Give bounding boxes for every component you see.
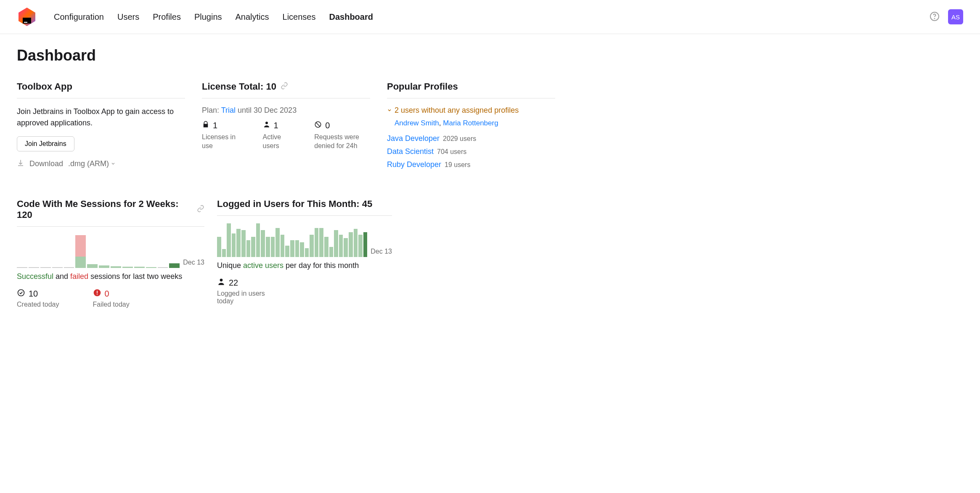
profile-link[interactable]: Java Developer xyxy=(387,134,440,143)
unassigned-user-link[interactable]: Andrew Smith xyxy=(395,119,439,127)
download-icon[interactable] xyxy=(17,159,24,169)
chart-bar xyxy=(111,234,121,268)
profiles-title: Popular Profiles xyxy=(387,81,555,98)
alert-circle-icon xyxy=(93,289,101,299)
chart-bar xyxy=(251,237,255,257)
chart-bar xyxy=(354,229,358,257)
chart-bar xyxy=(358,235,363,257)
plan-name-link[interactable]: Trial xyxy=(221,106,236,114)
chart-bar xyxy=(275,228,280,257)
svg-rect-8 xyxy=(97,291,98,294)
chart-bar xyxy=(232,233,236,257)
chart-bar xyxy=(222,249,226,257)
chart-bar xyxy=(334,230,338,257)
download-label[interactable]: Download xyxy=(29,159,63,168)
cwm-total: 120 xyxy=(17,209,32,220)
page-title: Dashboard xyxy=(17,47,963,64)
nav-item-dashboard[interactable]: Dashboard xyxy=(329,12,373,22)
chart-bar xyxy=(281,235,285,257)
nav-item-plugins[interactable]: Plugins xyxy=(194,12,222,22)
chevron-down-icon xyxy=(111,159,116,168)
profile-item: Ruby Developer19 users xyxy=(387,160,555,169)
profile-link[interactable]: Ruby Developer xyxy=(387,160,441,169)
chart-bar xyxy=(290,240,294,257)
profile-count: 2029 users xyxy=(443,135,476,142)
svg-point-3 xyxy=(935,18,935,19)
profiles-panel: Popular Profiles 2 users without any ass… xyxy=(387,81,555,173)
chart-bar xyxy=(363,232,368,257)
cwm-failed-today: 0 Failed today xyxy=(93,289,130,308)
chart-bar xyxy=(271,237,275,257)
cwm-date: Dec 13 xyxy=(183,259,204,266)
chart-bar xyxy=(310,235,314,257)
chart-bar xyxy=(256,223,260,257)
chart-bar xyxy=(52,234,63,268)
logged-chart xyxy=(217,223,367,257)
chart-bar xyxy=(319,228,323,257)
logged-title: Logged in Users for This Month: xyxy=(217,199,362,209)
chart-bar xyxy=(324,237,328,257)
app-logo[interactable] xyxy=(17,7,37,27)
nav-item-licenses[interactable]: Licenses xyxy=(283,12,316,22)
license-title: License Total: xyxy=(202,81,266,92)
unassigned-users-toggle[interactable]: 2 users without any assigned profiles xyxy=(387,106,555,115)
unassigned-user-link[interactable]: Maria Rottenberg xyxy=(443,119,498,127)
toolbox-description: Join Jetbrains in Toolbox App to gain ac… xyxy=(17,106,185,129)
chart-bar xyxy=(266,237,270,257)
toolbox-title: Toolbox App xyxy=(17,81,185,98)
link-icon[interactable] xyxy=(281,81,288,92)
logged-panel: Logged in Users for This Month: 45 Dec 1… xyxy=(217,199,392,308)
chart-bar xyxy=(17,234,27,268)
nav-item-analytics[interactable]: Analytics xyxy=(236,12,269,22)
chart-bar xyxy=(75,234,86,268)
logged-total: 45 xyxy=(362,199,372,209)
svg-point-4 xyxy=(265,122,268,124)
logged-date: Dec 13 xyxy=(371,248,392,255)
cwm-title: Code With Me Sessions for 2 Weeks: xyxy=(17,199,178,209)
svg-rect-1 xyxy=(24,22,27,23)
stat-denied-requests: 0 Requests were denied for 24h xyxy=(314,121,370,151)
check-circle-icon xyxy=(17,289,25,299)
join-jetbrains-button[interactable]: Join Jetbrains xyxy=(17,136,74,151)
chart-bar xyxy=(295,240,299,257)
license-total: 10 xyxy=(266,81,276,92)
cwm-chart xyxy=(17,234,180,268)
chart-bar xyxy=(339,235,343,257)
user-avatar[interactable]: AS xyxy=(948,9,963,24)
download-format-selector[interactable]: .dmg (ARM) xyxy=(68,159,116,168)
logged-caption: Unique active users per day for this mon… xyxy=(217,261,392,270)
svg-point-10 xyxy=(220,279,223,282)
chart-bar xyxy=(169,234,180,268)
nav-item-profiles[interactable]: Profiles xyxy=(153,12,181,22)
profile-count: 704 users xyxy=(437,148,466,155)
chart-bar xyxy=(64,234,74,268)
cwm-panel: Code With Me Sessions for 2 Weeks: 120 D… xyxy=(17,199,204,308)
stat-active-users: 1 Active users xyxy=(263,121,298,151)
profile-count: 19 users xyxy=(445,161,470,168)
chart-bar xyxy=(122,234,133,268)
chart-bar xyxy=(285,246,289,257)
chart-bar xyxy=(99,234,109,268)
top-nav: ConfigurationUsersProfilesPluginsAnalyti… xyxy=(54,12,930,22)
chart-bar xyxy=(40,234,51,268)
nav-item-users[interactable]: Users xyxy=(117,12,139,22)
chart-bar xyxy=(146,234,156,268)
nav-item-configuration[interactable]: Configuration xyxy=(54,12,104,22)
chart-bar xyxy=(246,240,251,257)
chart-bar xyxy=(300,242,304,257)
chart-bar xyxy=(158,234,168,268)
lock-icon xyxy=(202,121,209,130)
logged-today: 22 Logged in users today xyxy=(217,278,272,305)
license-panel: License Total: 10 Plan: Trial until 30 D… xyxy=(202,81,370,173)
chart-bar xyxy=(349,232,353,257)
plan-expiry: until 30 Dec 2023 xyxy=(236,106,297,114)
profile-item: Data Scientist704 users xyxy=(387,147,555,156)
chart-bar xyxy=(227,223,231,257)
chart-bar xyxy=(305,248,309,257)
user-icon xyxy=(217,278,225,288)
profile-link[interactable]: Data Scientist xyxy=(387,147,434,156)
link-icon[interactable] xyxy=(197,204,204,215)
cwm-caption: Successful and failed sessions for last … xyxy=(17,272,204,281)
help-icon[interactable] xyxy=(930,11,940,23)
toolbox-panel: Toolbox App Join Jetbrains in Toolbox Ap… xyxy=(17,81,185,173)
